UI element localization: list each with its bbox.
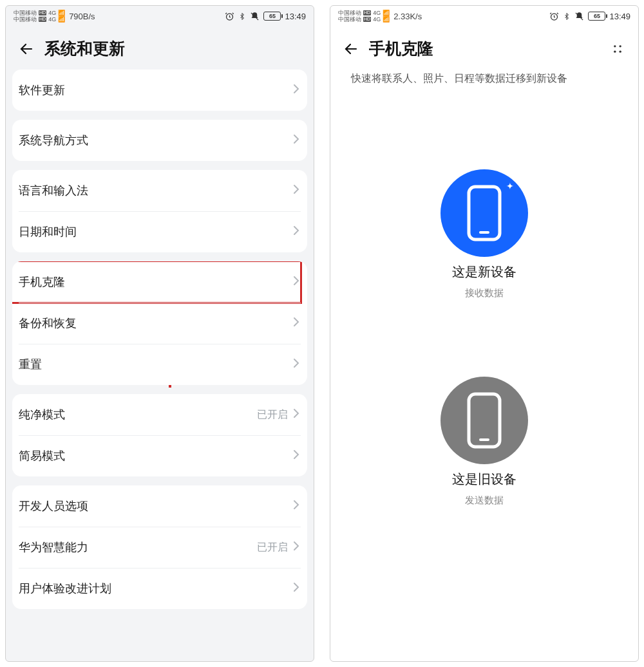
row-value: 已开启 [257, 408, 288, 422]
settings-group: 系统导航方式 [12, 120, 307, 161]
old-device-icon [440, 377, 528, 464]
hd-badge-2: HD [363, 17, 371, 22]
alarm-icon [549, 12, 559, 21]
clock-label: 13:49 [285, 12, 306, 21]
row-label: 简易模式 [19, 448, 65, 464]
status-bar: 中国移动HD4G📶 中国移动HD4G📶 790B/s 65 13:49 [6, 6, 314, 26]
settings-group: 纯净模式已开启简易模式 [12, 394, 307, 476]
svg-point-4 [614, 50, 616, 52]
row-label: 用户体验改进计划 [19, 581, 111, 596]
settings-row[interactable]: 备份和恢复 [12, 303, 307, 344]
settings-row[interactable]: 软件更新 [12, 70, 307, 111]
mute-icon [250, 12, 260, 21]
page-header: 系统和更新 [6, 26, 314, 70]
bluetooth-icon [563, 12, 571, 21]
svg-rect-9 [479, 438, 489, 441]
network-label: 4G [373, 10, 381, 16]
signal-icon-2: 📶 [383, 17, 390, 23]
screen-system-update: 中国移动HD4G📶 中国移动HD4G📶 790B/s 65 13:49 系 [5, 5, 314, 662]
settings-row[interactable]: 系统导航方式 [12, 120, 307, 161]
chevron-right-icon [293, 582, 299, 595]
row-label: 软件更新 [19, 82, 65, 98]
more-button[interactable] [609, 40, 627, 58]
battery-icon: 65 [588, 12, 605, 21]
settings-row[interactable]: 重置 [12, 344, 307, 385]
row-label: 日期和时间 [19, 224, 77, 240]
mute-icon [574, 12, 584, 21]
signal-icon: 📶 [383, 10, 390, 16]
new-device-title: 这是新设备 [452, 263, 516, 281]
bluetooth-icon [238, 12, 246, 21]
chevron-right-icon [293, 184, 299, 197]
carrier-label-2: 中国移动 [14, 17, 37, 23]
row-label: 开发人员选项 [19, 498, 88, 514]
signal-icon: 📶 [58, 10, 65, 16]
speed-label: 790B/s [69, 12, 95, 21]
row-value: 已开启 [257, 541, 288, 554]
settings-row[interactable]: 日期和时间 [12, 211, 307, 252]
chevron-right-icon [293, 358, 299, 371]
chevron-right-icon [293, 449, 299, 462]
settings-row[interactable]: 纯净模式已开启 [12, 394, 307, 435]
svg-point-5 [620, 50, 621, 52]
settings-row[interactable]: 华为智慧能力已开启 [12, 527, 307, 568]
chevron-right-icon [293, 134, 299, 147]
old-device-title: 这是旧设备 [452, 471, 516, 488]
chevron-right-icon [293, 84, 299, 97]
battery-icon: 65 [263, 12, 281, 21]
row-label: 备份和恢复 [19, 315, 77, 331]
screen-phone-clone: 中国移动HD4G📶 中国移动HD4G📶 2.33K/s 65 13:49 [330, 5, 639, 662]
clone-options: ✦ 这是新设备 接收数据 这是旧设备 发送数据 [330, 86, 638, 661]
settings-row[interactable]: 开发人员选项 [12, 485, 307, 527]
old-device-option[interactable]: 这是旧设备 发送数据 [440, 377, 528, 507]
carrier-label: 中国移动 [338, 10, 361, 16]
hd-badge: HD [39, 10, 46, 15]
network-label: 4G [48, 10, 56, 16]
settings-list[interactable]: 软件更新系统导航方式语言和输入法日期和时间手机克隆备份和恢复重置纯净模式已开启简… [6, 70, 314, 661]
settings-row[interactable]: 语言和输入法 [12, 170, 307, 211]
new-device-sub: 接收数据 [465, 287, 504, 299]
row-label: 语言和输入法 [19, 183, 88, 198]
settings-group: 软件更新 [12, 70, 307, 111]
hd-badge: HD [363, 10, 371, 15]
row-label: 手机克隆 [19, 274, 65, 290]
settings-row[interactable]: 手机克隆 [12, 261, 307, 303]
back-button[interactable] [342, 40, 360, 58]
settings-group: 开发人员选项华为智慧能力已开启用户体验改进计划 [12, 485, 307, 609]
new-device-option[interactable]: ✦ 这是新设备 接收数据 [440, 169, 528, 299]
status-bar: 中国移动HD4G📶 中国移动HD4G📶 2.33K/s 65 13:49 [330, 6, 638, 26]
row-label: 华为智慧能力 [19, 540, 88, 555]
carrier-label: 中国移动 [14, 10, 37, 16]
speed-label: 2.33K/s [393, 12, 422, 21]
old-device-sub: 发送数据 [465, 494, 504, 507]
page-title: 系统和更新 [44, 38, 125, 59]
settings-group: 手机克隆备份和恢复重置 [12, 261, 307, 385]
chevron-right-icon [293, 541, 299, 554]
svg-rect-7 [479, 231, 489, 234]
page-subtitle: 快速将联系人、照片、日程等数据迁移到新设备 [330, 70, 638, 86]
chevron-right-icon [293, 317, 299, 330]
svg-point-3 [620, 45, 621, 47]
settings-row[interactable]: 用户体验改进计划 [12, 568, 307, 609]
chevron-right-icon [293, 500, 299, 512]
chevron-right-icon [293, 408, 299, 421]
settings-group: 语言和输入法日期和时间 [12, 170, 307, 252]
network-label-2: 4G [373, 17, 381, 23]
row-label: 纯净模式 [19, 407, 65, 422]
row-label: 系统导航方式 [19, 133, 88, 148]
clock-label: 13:49 [609, 12, 630, 21]
sparkle-icon: ✦ [506, 181, 514, 191]
page-title: 手机克隆 [369, 38, 433, 59]
red-dot-marker [169, 385, 171, 388]
svg-point-2 [614, 45, 616, 47]
signal-icon-2: 📶 [58, 17, 65, 23]
chevron-right-icon [293, 225, 299, 238]
settings-row[interactable]: 简易模式 [12, 435, 307, 476]
alarm-icon [225, 12, 234, 21]
hd-badge-2: HD [39, 17, 46, 22]
row-label: 重置 [19, 357, 42, 372]
network-label-2: 4G [48, 17, 56, 23]
back-button[interactable] [17, 40, 35, 58]
page-header: 手机克隆 [330, 26, 638, 70]
new-device-icon: ✦ [440, 169, 528, 257]
